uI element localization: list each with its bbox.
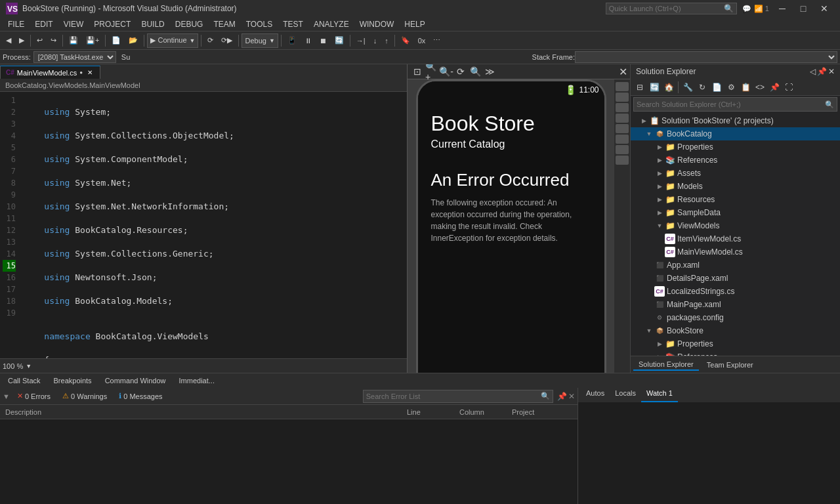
tree-toggle-solution[interactable]: ▶ — [639, 117, 649, 124]
tab-locals[interactable]: Locals — [610, 388, 641, 402]
se-close-btn[interactable]: ✕ — [828, 67, 835, 76]
el-messages-btn[interactable]: ℹ 0 Messages — [114, 390, 167, 402]
device-btn[interactable]: 📱 — [284, 33, 300, 48]
tree-project-bookcatalog[interactable]: ▼ 📦 BookCatalog — [631, 127, 840, 140]
menu-analyze[interactable]: ANALYZE — [308, 17, 354, 32]
se-pin2-btn[interactable]: 📌 — [768, 81, 781, 94]
tree-properties[interactable]: ▶ 📁 Properties — [631, 140, 840, 154]
el-warnings-btn[interactable]: ⚠ 0 Warnings — [58, 390, 112, 402]
tree-toggle-resources[interactable]: ▶ — [654, 196, 665, 203]
se-search-input[interactable] — [634, 100, 822, 108]
se-show-all-btn[interactable]: 📋 — [739, 81, 752, 94]
sim-more[interactable]: ≫ — [482, 64, 497, 79]
sv-btn[interactable] — [616, 124, 629, 133]
menu-team[interactable]: TEAM — [208, 17, 240, 32]
tree-models[interactable]: ▶ 📁 Models — [631, 180, 840, 193]
tab-call-stack[interactable]: Call Stack — [3, 373, 46, 388]
menu-edit[interactable]: EDIT — [30, 17, 58, 32]
se-filter-btn[interactable]: 🔧 — [681, 81, 694, 94]
tree-packages[interactable]: ⚙ packages.config — [631, 311, 840, 324]
se-home-btn[interactable]: 🏠 — [662, 81, 675, 94]
tab-autos[interactable]: Autos — [581, 388, 610, 402]
tree-toggle-refs[interactable]: ▶ — [654, 157, 665, 163]
stack-frame-select[interactable] — [575, 51, 837, 63]
redo-btn[interactable]: ↪ — [47, 33, 60, 48]
se-tab-solution-explorer[interactable]: Solution Explorer — [633, 359, 699, 371]
tab-close-btn[interactable]: ✕ — [85, 68, 94, 77]
bookmark-btn[interactable]: 🔖 — [398, 33, 413, 48]
sim-zoom-fit[interactable]: ⊡ — [410, 64, 425, 79]
se-pin-btn[interactable]: 📌 — [817, 67, 827, 76]
sv-btn[interactable] — [616, 93, 629, 102]
save-btn[interactable]: 💾 — [66, 33, 81, 48]
tree-toggle-bookstore[interactable]: ▼ — [644, 327, 654, 334]
tree-bs-properties[interactable]: ▶ 📁 Properties — [631, 337, 840, 350]
sv-btn[interactable] — [616, 156, 629, 165]
se-collapse-btn[interactable]: ◁ — [810, 67, 816, 76]
se-collapse-all-btn[interactable]: ⊟ — [633, 81, 646, 94]
zoom-arrow[interactable]: ▼ — [26, 363, 32, 369]
el-pin-btn[interactable]: 📌 — [557, 392, 567, 401]
step-in-btn[interactable]: ↓ — [370, 33, 381, 48]
tree-toggle-models[interactable]: ▶ — [654, 183, 665, 190]
code-content-area[interactable]: using System; using System.Collections.O… — [21, 92, 407, 358]
se-refresh2-btn[interactable]: ↻ — [696, 81, 709, 94]
step-out-btn[interactable]: ↑ — [381, 33, 392, 48]
sim-zoom-in[interactable]: 🔍+ — [425, 64, 439, 79]
sv-btn[interactable] — [616, 135, 629, 144]
se-maximize-btn[interactable]: ⛶ — [782, 81, 795, 94]
sv-btn[interactable] — [616, 114, 629, 123]
tree-mainviewmodel[interactable]: C# MainViewModel.cs — [631, 245, 840, 259]
process-select[interactable]: [2080] TaskHost.exe — [33, 51, 116, 63]
restart-btn[interactable]: ⟳ — [204, 33, 217, 48]
tree-sampledata[interactable]: ▶ 📁 SampleData — [631, 206, 840, 219]
restart-with-btn[interactable]: ⟳▶ — [218, 33, 236, 48]
maximize-button[interactable]: □ — [793, 0, 814, 17]
tree-localizedstrings[interactable]: C# LocalizedStrings.cs — [631, 285, 840, 298]
tab-command-window[interactable]: Command Window — [100, 373, 171, 388]
tree-itemviewmodel[interactable]: C# ItemViewModel.cs — [631, 232, 840, 245]
menu-window[interactable]: WINDOW — [354, 17, 400, 32]
menu-test[interactable]: TEST — [278, 17, 308, 32]
tab-immediate[interactable]: Immediat... — [174, 373, 220, 388]
tree-solution[interactable]: ▶ 📋 Solution 'BookStore' (2 projects) — [631, 114, 840, 127]
tree-appxaml[interactable]: ⬛ App.xaml — [631, 259, 840, 272]
sv-btn[interactable] — [616, 103, 629, 112]
tree-references-bc[interactable]: ▶ 📚 References — [631, 154, 840, 167]
menu-help[interactable]: HELP — [399, 17, 430, 32]
close-button[interactable]: ✕ — [814, 0, 835, 17]
tree-project-bookstore[interactable]: ▼ 📦 BookStore — [631, 324, 840, 337]
tree-toggle-sampledata[interactable]: ▶ — [654, 209, 665, 216]
se-properties-btn[interactable]: ⚙ — [724, 81, 738, 94]
tree-assets[interactable]: ▶ 📁 Assets — [631, 167, 840, 180]
tree-toggle-bookcatalog[interactable]: ▼ — [644, 131, 654, 137]
pause-btn[interactable]: ⏸ — [301, 33, 315, 48]
sv-btn[interactable] — [616, 145, 629, 154]
menu-file[interactable]: FILE — [3, 17, 30, 32]
editor-tab-mainviewmodel[interactable]: C# MainViewModel.cs ● ✕ — [0, 66, 100, 79]
el-errors-btn[interactable]: ✕ 0 Errors — [12, 390, 55, 402]
step-over-btn[interactable]: →| — [353, 33, 369, 48]
more-btn[interactable]: ⋯ — [430, 33, 444, 48]
se-open-file-btn[interactable]: 📄 — [710, 81, 723, 94]
forward-btn[interactable]: ▶ — [16, 33, 28, 48]
sim-rotate[interactable]: ⟳ — [453, 64, 468, 79]
tab-watch1[interactable]: Watch 1 — [641, 388, 678, 402]
tree-detailspage[interactable]: ⬛ DetailsPage.xaml — [631, 272, 840, 285]
el-close-btn[interactable]: ✕ — [568, 392, 575, 401]
se-refresh-btn[interactable]: 🔄 — [648, 81, 661, 94]
continue-dropdown[interactable]: ▶ Continue ▼ — [147, 33, 198, 48]
sim-close-btn[interactable]: ✕ — [619, 66, 627, 78]
tree-mainpage[interactable]: ⬛ MainPage.xaml — [631, 298, 840, 311]
menu-view[interactable]: VIEW — [58, 17, 89, 32]
se-search-box[interactable]: 🔍 — [633, 97, 837, 112]
tree-viewmodels[interactable]: ▼ 📁 ViewModels — [631, 219, 840, 232]
sv-btn[interactable] — [616, 82, 629, 91]
tree-resources[interactable]: ▶ 📁 Resources — [631, 193, 840, 206]
menu-debug[interactable]: DEBUG — [170, 17, 209, 32]
debug-dropdown[interactable]: Debug ▼ — [242, 33, 278, 48]
back-btn[interactable]: ◀ — [3, 33, 14, 48]
tab-breakpoints[interactable]: Breakpoints — [49, 373, 97, 388]
sim-zoom-out[interactable]: 🔍- — [439, 64, 453, 79]
refresh-btn[interactable]: 🔄 — [331, 33, 347, 48]
